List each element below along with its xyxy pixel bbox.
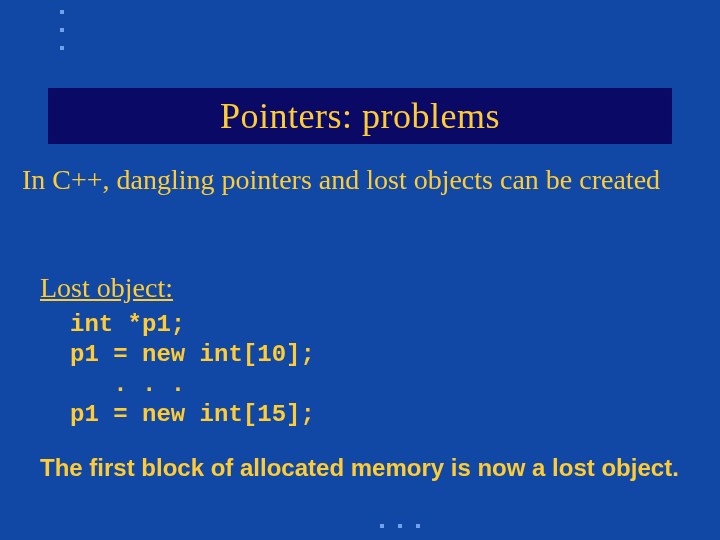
dot-icon: [60, 10, 64, 14]
subheading-lost-object: Lost object:: [40, 272, 173, 304]
dot-icon: [60, 28, 64, 32]
dot-icon: [398, 524, 402, 528]
title-bar: Pointers: problems: [48, 88, 672, 144]
slide-title: Pointers: problems: [220, 95, 500, 137]
dot-icon: [416, 524, 420, 528]
closing-paragraph: The first block of allocated memory is n…: [40, 454, 680, 483]
dot-icon: [60, 46, 64, 50]
intro-paragraph: In C++, dangling pointers and lost objec…: [22, 164, 698, 196]
decoration-dots-top-left: [60, 10, 64, 50]
decoration-dots-bottom: [380, 524, 420, 528]
code-block: int *p1; p1 = new int[10]; . . . p1 = ne…: [70, 310, 315, 430]
dot-icon: [380, 524, 384, 528]
